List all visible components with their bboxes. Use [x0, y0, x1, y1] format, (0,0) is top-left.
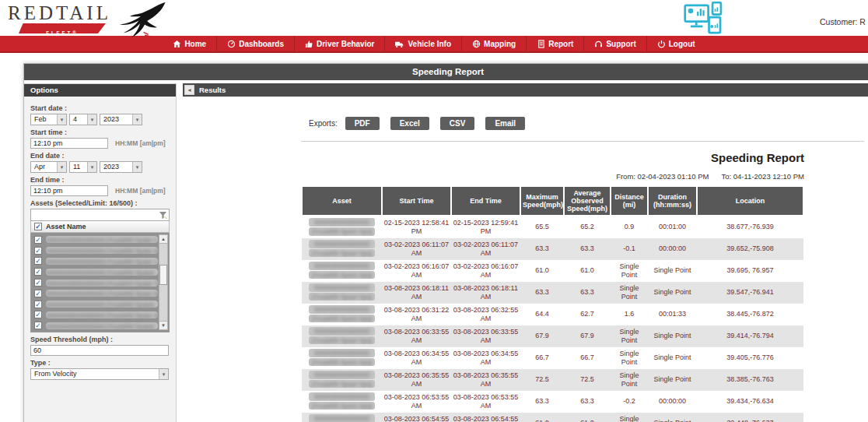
collapse-options-button[interactable]: ◂ — [184, 85, 194, 95]
cell-max-speed: 63.3 — [520, 391, 564, 413]
nav-logout[interactable]: Logout — [646, 36, 705, 51]
nav-mapping[interactable]: Mapping — [461, 36, 526, 51]
speed-threshold-input[interactable] — [30, 345, 169, 356]
end-day-select[interactable]: 11▾ — [69, 161, 97, 173]
cell-asset[interactable]: 0000000000000000 [Truck#00 Spare Gps] — [302, 347, 382, 369]
devices-dashboard-icon[interactable] — [683, 2, 728, 36]
cell-asset[interactable]: 0000000000000000 [Truck#00 Spare Gps] — [302, 369, 382, 391]
cell-duration: 00:01:00 — [648, 216, 697, 238]
report-date-range: From: 02-04-2023 01:10 PM To: 04-11-2023… — [303, 172, 804, 181]
export-button[interactable]: Excel — [390, 117, 429, 130]
asset-list-item[interactable]: ✓ 00000000000000000 [Truck#00 Spare 9] — [34, 245, 158, 256]
type-label: Type : — [30, 359, 170, 367]
home-icon — [173, 40, 181, 48]
cell-location: 38.385,-76.763 — [697, 369, 803, 391]
truck-icon — [395, 40, 404, 48]
end-time-input[interactable] — [30, 185, 108, 196]
nav-report[interactable]: Report — [526, 36, 583, 51]
col-asset: Asset — [302, 186, 382, 216]
table-row: 0000000000000000 [Truck#05 Spare Gps] 02… — [302, 216, 803, 238]
cell-location: 39.434,-76.634 — [697, 391, 803, 413]
nav-home[interactable]: Home — [163, 36, 216, 51]
asset-checkbox[interactable]: ✓ — [34, 301, 42, 308]
asset-list-item[interactable]: ✓ 00000000000000000 [Truck#00 Spare 5] — [34, 288, 158, 299]
export-button[interactable]: Email — [485, 117, 525, 130]
cell-duration: Single Point — [648, 282, 697, 304]
asset-name-redacted: 00000000000000000 [Truck#10 Spare 7] — [46, 280, 158, 287]
start-year-select[interactable]: 2023▾ — [100, 114, 142, 125]
cell-avg-speed: 66.7 — [564, 347, 611, 369]
asset-list-item[interactable]: ✓ 00000000000000000 [Truck#00 Spare 1 — [34, 234, 158, 245]
asset-checkbox[interactable]: ✓ — [34, 236, 42, 244]
scroll-down-icon[interactable]: ▼ — [159, 321, 167, 329]
redtail-logo[interactable]: REDTAIL FLEET® — [8, 3, 163, 37]
cell-distance: Single Point — [611, 413, 648, 422]
start-day-select[interactable]: 4▾ — [69, 114, 97, 125]
asset-checkbox[interactable]: ✓ — [34, 322, 42, 329]
end-month-select[interactable]: Apr▾ — [30, 161, 67, 173]
cell-location: 38.677,-76.939 — [697, 216, 803, 238]
asset-list-item[interactable]: ✓ 00000000000000000 [Truck#00 Spare 4] — [34, 310, 158, 321]
scroll-up-icon[interactable]: ▲ — [159, 235, 167, 244]
chevron-down-icon: ▾ — [132, 162, 142, 172]
cell-max-speed: 64.4 — [520, 304, 564, 325]
asset-list-item[interactable]: ✓ 00000000000000000 [Truck#10 Spare 7] — [34, 277, 158, 288]
select-all-checkbox[interactable]: ✓ — [34, 223, 42, 230]
cell-avg-speed: 63.3 — [564, 282, 611, 304]
asset-checkbox[interactable]: ✓ — [34, 268, 42, 276]
table-row: 0000000000000000 [Truck#00 Spare Gps] 03… — [302, 413, 803, 422]
scrollbar-thumb[interactable] — [159, 265, 167, 285]
asset-checkbox[interactable]: ✓ — [34, 279, 42, 287]
cell-distance: Single Point — [611, 282, 648, 304]
cell-asset[interactable]: 0000000000000000 [Truck#00 Spare Gps] — [302, 413, 382, 422]
asset-name-redacted: 00000000000000000 [Truck#00 Spare 1 — [46, 236, 158, 243]
cell-asset[interactable]: 0000000000000000 [Truck#00 Spare Gps] — [302, 325, 382, 347]
cell-asset[interactable]: 0000000000000000 [Truck#00 Spare Gps] — [302, 282, 382, 304]
cell-asset[interactable]: 0000000000000000 [Truck#05 Spare Gps] — [302, 216, 382, 238]
asset-filter — [30, 209, 170, 221]
asset-checkbox[interactable]: ✓ — [34, 247, 42, 255]
asset-checkbox[interactable]: ✓ — [34, 257, 42, 265]
export-button[interactable]: PDF — [345, 117, 380, 130]
nav-driver-behavior[interactable]: Driver Behavior — [294, 36, 384, 51]
asset-checkbox[interactable]: ✓ — [34, 311, 42, 318]
export-button[interactable]: CSV — [440, 117, 475, 130]
cell-asset[interactable]: 0000000000000000 [Truck#00 Spare Gps] — [302, 391, 382, 413]
nav-vehicle-info[interactable]: Vehicle Info — [384, 36, 461, 51]
asset-list-item[interactable]: ✓ 00000000000000000 [Truck#00 Spare] — [34, 320, 158, 331]
time-format-hint: HH:MM [am|pm] — [115, 139, 166, 147]
start-month-select[interactable]: Feb▾ — [30, 114, 67, 125]
type-select[interactable]: From Velocity▾ — [30, 368, 169, 380]
start-time-label: Start time : — [30, 128, 170, 136]
nav-support[interactable]: Support — [583, 36, 646, 51]
end-year-select[interactable]: 2023▾ — [100, 161, 142, 173]
asset-list-item[interactable]: ✓ 00000000000000000 [Truck#00 Spare 1 — [34, 256, 158, 267]
funnel-icon[interactable] — [159, 211, 167, 220]
nav-dashboards[interactable]: Dashboards — [216, 36, 294, 51]
cell-avg-speed: 63.3 — [564, 238, 611, 260]
asset-list-header[interactable]: ✓ Asset Name — [30, 221, 170, 233]
cell-max-speed: 63.3 — [520, 282, 564, 304]
cell-asset[interactable]: 0000000000000000 [Truck#00 Spare Gps] — [302, 260, 382, 282]
asset-checkbox[interactable]: ✓ — [34, 290, 42, 297]
cell-asset[interactable]: 0000000000000000 [Truck#00 Spare Gps] — [302, 304, 382, 325]
asset-list-item[interactable]: ✓ 00000000000000000 [Truck#00 Spare] — [34, 299, 158, 310]
range-from: From: 02-04-2023 01:10 PM — [616, 172, 709, 181]
cell-duration: Single Point — [648, 369, 697, 391]
cell-location: 39.695, 76.957 — [697, 260, 803, 282]
thumbs-up-icon — [305, 40, 313, 48]
table-row: 0000000000000000 [Truck#00 Spare Gps] 03… — [302, 260, 803, 282]
cell-end-time: 03-08-2023 06:33:55 AM — [451, 325, 520, 347]
asset-list-item[interactable]: ✓ 00000000000000000 [Truck#00 Spare] — [34, 266, 158, 277]
asset-list-scrollbar[interactable]: ▲ ▼ — [159, 234, 168, 330]
cell-start-time: 02-15-2023 12:58:41 PM — [382, 216, 451, 238]
globe-icon — [472, 40, 481, 48]
cell-distance: Single Point — [611, 325, 648, 347]
cell-avg-speed: 62.7 — [564, 304, 611, 325]
asset-filter-input[interactable] — [31, 209, 157, 220]
asset-name-redacted: 00000000000000000 [Truck#00 Spare] — [46, 322, 158, 329]
start-time-input[interactable] — [30, 138, 108, 149]
results-header: ◂ Results — [183, 83, 868, 97]
cell-asset[interactable]: 0000000000000000 [Truck#00 Spare Gps] — [302, 238, 382, 260]
cell-end-time: 03-02-2023 06:11:07 AM — [451, 238, 520, 260]
